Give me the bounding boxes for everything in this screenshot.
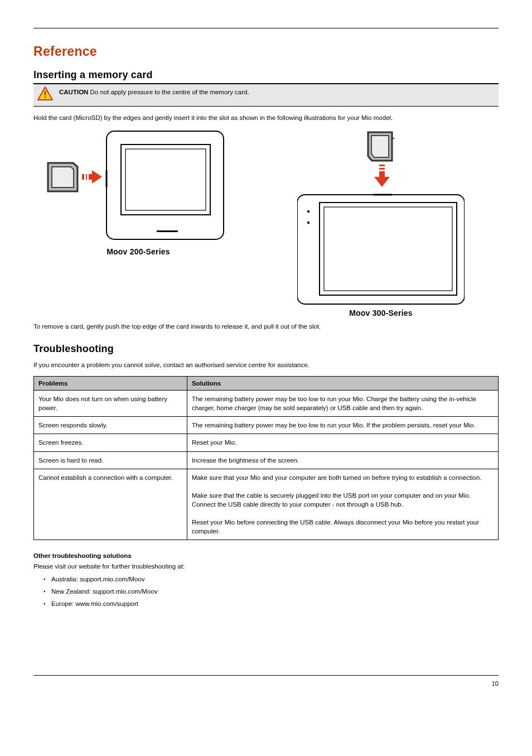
- illustration-moov-200: [46, 130, 230, 244]
- td-problem: Cannot establish a connection with a com…: [34, 469, 187, 540]
- bottom-rule: [33, 675, 499, 676]
- caution-text: Do not apply pressure to the centre of t…: [88, 89, 249, 95]
- caption-moov-200: Moov 200-Series: [107, 247, 170, 256]
- svg-rect-2: [45, 97, 46, 98]
- td-problem: Your Mio does not turn on when using bat…: [34, 391, 187, 417]
- th-problems: Problems: [34, 377, 187, 391]
- svg-rect-8: [121, 145, 210, 215]
- page-number: 10: [33, 680, 499, 687]
- caution-label: CAUTION: [59, 89, 88, 95]
- th-solutions: Solutions: [187, 377, 498, 391]
- td-solution: The remaining battery power may be too l…: [187, 391, 498, 417]
- svg-rect-9: [125, 149, 206, 210]
- heading-troubleshooting: Troubleshooting: [33, 343, 499, 355]
- top-rule: [33, 28, 499, 28]
- list-item: New Zealand: support.mio.com/Moov: [43, 587, 499, 596]
- svg-rect-18: [320, 203, 457, 295]
- table-row: Screen freezes. Reset your Mio.: [34, 434, 499, 451]
- td-solution: Increase the brightness of the screen.: [187, 451, 498, 469]
- svg-rect-1: [45, 91, 46, 95]
- td-solution: The remaining battery power may be too l…: [187, 417, 498, 434]
- svg-marker-16: [374, 177, 390, 187]
- remove-card-text: To remove a card, gently push the top ed…: [33, 323, 499, 330]
- svg-rect-15: [379, 170, 385, 171]
- diagrams-row: Moov 200-Series: [38, 130, 499, 317]
- svg-rect-5: [87, 174, 89, 180]
- svg-rect-19: [324, 207, 452, 291]
- memcard-intro: Hold the card (MicroSD) by the edges and…: [33, 113, 499, 122]
- list-item: Europe: www.mio.com/support: [43, 599, 499, 608]
- svg-marker-6: [92, 170, 102, 184]
- other-solutions-intro: Please visit our website for further tro…: [33, 562, 499, 571]
- svg-point-21: [307, 221, 309, 224]
- svg-rect-11: [157, 230, 178, 232]
- other-solutions-heading: Other troubleshooting solutions: [33, 552, 132, 559]
- list-item: Australia: support.mio.com/Moov: [43, 575, 499, 584]
- caption-moov-300: Moov 300-Series: [349, 309, 413, 317]
- section-title: Reference: [33, 44, 499, 59]
- troubleshooting-table: Problems Solutions Your Mio does not tur…: [33, 376, 499, 540]
- td-problem: Screen freezes.: [34, 434, 187, 451]
- troubleshooting-intro: If you encounter a problem you cannot so…: [33, 360, 499, 369]
- warning-icon: [37, 86, 54, 103]
- heading-inserting-memory-card: Inserting a memory card: [33, 69, 499, 81]
- svg-rect-4: [84, 174, 86, 180]
- table-row: Screen is hard to read. Increase the bri…: [34, 451, 499, 469]
- td-problem: Screen responds slowly.: [34, 417, 187, 434]
- td-solution: Make sure that your Mio and your compute…: [187, 469, 498, 540]
- table-row: Your Mio does not turn on when using bat…: [34, 391, 499, 417]
- svg-point-20: [307, 210, 309, 213]
- td-solution: Reset your Mio.: [187, 434, 498, 451]
- table-row: Cannot establish a connection with a com…: [34, 469, 499, 540]
- td-problem: Screen is hard to read.: [34, 451, 187, 469]
- illustration-moov-300: [297, 130, 465, 305]
- svg-rect-14: [379, 166, 385, 168]
- other-solutions-section: Other troubleshooting solutions Please v…: [33, 551, 499, 608]
- caution-bar: CAUTION Do not apply pressure to the cen…: [33, 84, 499, 107]
- svg-rect-17: [297, 195, 465, 304]
- table-row: Screen responds slowly. The remaining ba…: [34, 417, 499, 434]
